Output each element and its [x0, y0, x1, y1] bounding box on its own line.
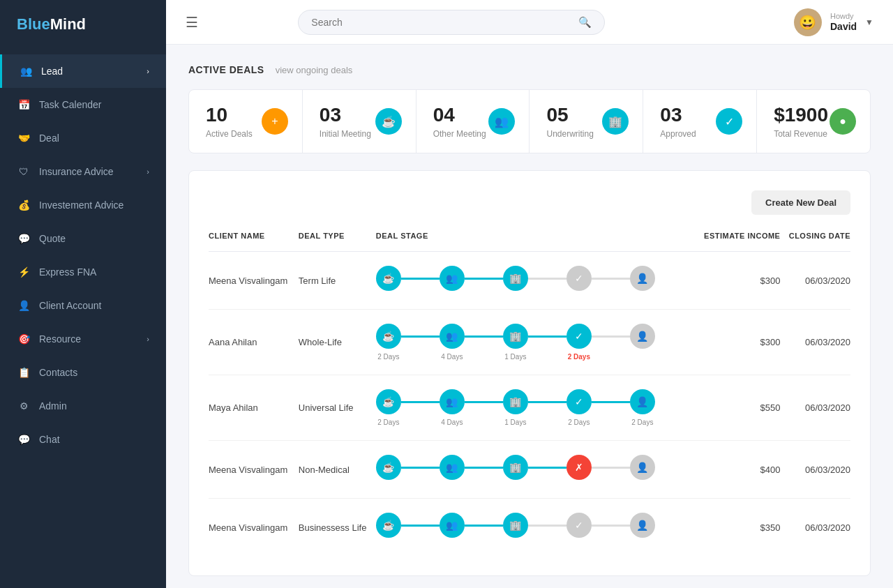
pipe-circle-3: ✓	[566, 389, 592, 414]
chevron-icon: ›	[147, 335, 149, 343]
pipe-circle-1: 👥	[440, 324, 465, 349]
pipe-days-1: 4 Days	[440, 419, 465, 426]
pipe-line	[465, 525, 503, 527]
pipe-line	[465, 336, 503, 338]
pipe-days-0: 2 Days	[376, 353, 401, 361]
sidebar-item-resource[interactable]: 🎯 Resource ›	[0, 322, 166, 356]
sidebar-item-admin[interactable]: ⚙ Admin	[0, 389, 166, 423]
quote-icon: 💬	[17, 232, 31, 246]
sidebar-label-investment-advice: Investement Advice	[39, 199, 123, 211]
sidebar-item-deal[interactable]: 🤝 Deal	[0, 121, 166, 155]
client-name: Aana Ahilan	[209, 310, 299, 375]
section-title: ACTIVE DEALS	[188, 64, 264, 75]
closing-date: 06/03/2020	[780, 375, 850, 441]
pipe-line	[592, 336, 630, 338]
pipe-days-0: 2 Days	[376, 419, 401, 426]
sidebar-label-resource: Resource	[39, 333, 81, 345]
pipe-days-3: 2 Days	[566, 353, 592, 361]
estimate-income: $550	[693, 375, 780, 441]
estimate-income: $350	[693, 499, 780, 557]
stats-row: 10 Active Deals + 03 Initial Meeting ☕ 0…	[188, 89, 871, 153]
pipe-circle-3: ✓	[566, 513, 592, 538]
sidebar-item-quote[interactable]: 💬 Quote	[0, 222, 166, 255]
sidebar-nav: 👥 Lead › 📅 Task Calender 🤝 Deal 🛡 Insura…	[0, 49, 166, 588]
stat-card-total-revenue: $1900 Total Revenue ●	[757, 90, 870, 153]
pipe-days-2: 1 Days	[503, 353, 528, 361]
stat-icon: ☕	[375, 108, 402, 135]
pipe-circle-4: 👤	[630, 513, 655, 538]
resource-icon: 🎯	[17, 332, 31, 346]
col-header-closing-date: CLOSING DATE	[780, 232, 850, 252]
pipe-circle-2: 🏢	[503, 324, 528, 349]
stat-card-initial-meeting: 03 Initial Meeting ☕	[303, 90, 417, 153]
closing-date: 06/03/2020	[780, 441, 850, 499]
sidebar-item-chat[interactable]: 💬 Chat	[0, 423, 166, 456]
sidebar-item-task-calender[interactable]: 📅 Task Calender	[0, 88, 166, 121]
sidebar-item-client-account[interactable]: 👤 Client Account	[0, 289, 166, 322]
chevron-icon: ›	[147, 167, 149, 176]
pipe-line	[401, 467, 440, 469]
table-row: Aana AhilanWhole-Life☕👥🏢✓👤2 Days4 Days1 …	[209, 310, 850, 375]
col-header-deal-type: DEAL TYPE	[299, 232, 376, 252]
avatar: 😀	[794, 8, 822, 36]
table-section: Create New Deal CLIENT NAMEDEAL TYPEDEAL…	[188, 170, 871, 576]
closing-date: 06/03/2020	[780, 310, 850, 375]
pipe-circle-4: 👤	[630, 324, 655, 349]
sidebar-item-investment-advice[interactable]: 💰 Investement Advice	[0, 188, 166, 222]
top-header: ☰ 🔍 😀 Howdy David ▼	[166, 0, 893, 45]
client-account-icon: 👤	[17, 299, 31, 312]
pipe-line	[465, 467, 503, 469]
pipe-line	[528, 467, 566, 469]
pipe-circle-2: 🏢	[503, 266, 528, 291]
pipe-circle-3: ✓	[566, 266, 592, 291]
stat-icon: 🏢	[602, 108, 629, 135]
deal-type: Whole-Life	[299, 310, 376, 375]
stat-card-other-meeting: 04 Other Meeting 👥	[417, 90, 530, 153]
pipe-line	[592, 525, 630, 527]
pipe-line	[592, 401, 630, 403]
admin-icon: ⚙	[17, 399, 31, 413]
hamburger-icon[interactable]: ☰	[186, 14, 198, 31]
deal-type: Businessess Life	[299, 499, 376, 557]
estimate-income: $400	[693, 441, 780, 499]
logo: BlueMind	[0, 0, 166, 49]
sidebar-item-insurance-advice[interactable]: 🛡 Insurance Advice ›	[0, 155, 166, 188]
deal-stage: ☕👥🏢✓👤	[376, 252, 693, 310]
sidebar-item-express-fna[interactable]: ⚡ Express FNA	[0, 255, 166, 289]
pipe-line	[528, 278, 566, 280]
sidebar-item-contacts[interactable]: 📋 Contacts	[0, 356, 166, 389]
stat-icon: 👥	[488, 108, 515, 135]
section-subtitle: view ongoing deals	[276, 65, 353, 75]
col-header-client-name: CLIENT NAME	[209, 232, 299, 252]
pipe-circle-0: ☕	[376, 513, 401, 538]
closing-date: 06/03/2020	[780, 499, 850, 557]
pipe-circle-0: ☕	[376, 389, 401, 414]
lead-icon: 👥	[19, 64, 33, 78]
table-row: Meena VisvalingamNon-Medical☕👥🏢✗👤$40006/…	[209, 441, 850, 499]
sidebar-item-lead[interactable]: 👥 Lead ›	[0, 54, 166, 88]
pipe-line	[465, 278, 503, 280]
deal-type: Universal Life	[299, 375, 376, 441]
stat-card-approved: 03 Approved ✓	[643, 90, 757, 153]
search-input[interactable]	[311, 17, 571, 28]
pipe-circle-2: 🏢	[503, 455, 528, 480]
sidebar-label-client-account: Client Account	[39, 300, 102, 311]
sidebar: BlueMind 👥 Lead › 📅 Task Calender 🤝 Deal…	[0, 0, 166, 588]
pipe-line	[592, 467, 630, 469]
user-menu-chevron[interactable]: ▼	[865, 17, 873, 27]
pipe-circle-3: ✗	[566, 455, 592, 480]
insurance-advice-icon: 🛡	[17, 165, 31, 179]
deal-stage: ☕👥🏢✗👤	[376, 441, 693, 499]
create-new-deal-button[interactable]: Create New Deal	[751, 190, 850, 215]
pipe-line	[528, 336, 566, 338]
estimate-income: $300	[693, 310, 780, 375]
pipe-days-2: 1 Days	[503, 419, 528, 426]
pipe-circle-1: 👥	[440, 389, 465, 414]
logo-mind: Mind	[50, 15, 86, 33]
pipe-line	[592, 278, 630, 280]
sidebar-label-deal: Deal	[39, 133, 59, 144]
client-name: Meena Visvalingam	[209, 441, 299, 499]
search-icon: 🔍	[578, 16, 592, 29]
deal-icon: 🤝	[17, 131, 31, 145]
search-bar: 🔍	[298, 10, 605, 35]
